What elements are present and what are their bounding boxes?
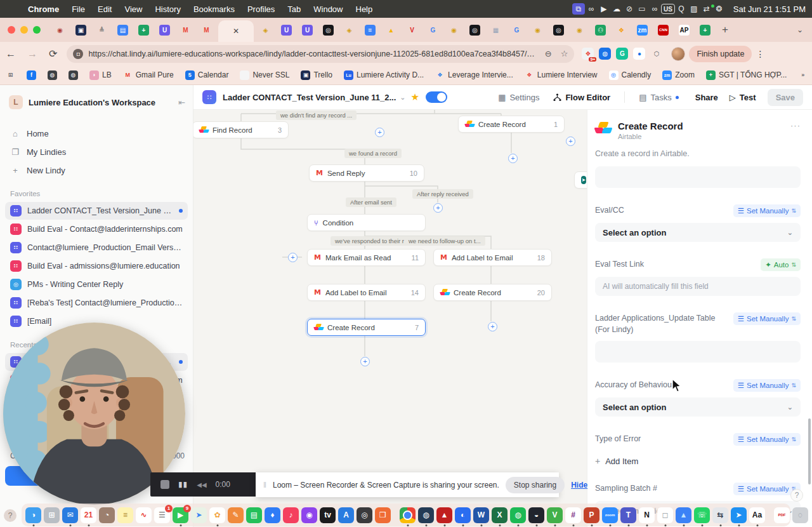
minimize-window-button[interactable] (20, 26, 28, 34)
add-step-button[interactable]: + (288, 253, 298, 262)
dock-pdf-document[interactable]: PDF (774, 507, 790, 523)
title-chevron-icon[interactable]: ⌄ (400, 93, 405, 102)
gmail-tab[interactable]: M (180, 25, 191, 36)
dock-switcher-app[interactable]: ⇆ (712, 507, 728, 523)
dock-apple-tv[interactable]: tv (320, 507, 336, 523)
dock-chrome[interactable] (400, 507, 416, 523)
mark-email-as-read-node[interactable]: MMark Email as Read11 (307, 249, 426, 266)
dock-dark-browser[interactable]: ◍ (418, 507, 434, 523)
siri-icon[interactable]: ❂ (713, 3, 726, 15)
play-circle-icon[interactable]: ▶ (598, 3, 610, 15)
leverage-bookmark[interactable]: ❖Leverage Intervie... (435, 70, 513, 80)
neverssl-bookmark[interactable]: Never SSL (240, 70, 289, 80)
dock-calendar[interactable]: 21 (81, 507, 96, 523)
clipboard-tab[interactable]: ▤ (117, 25, 128, 36)
cloud-alert-icon[interactable]: ☁ (610, 3, 623, 15)
menu-bar-clock[interactable]: Sat Jun 21 1:51 PM (733, 4, 806, 14)
dock-photos[interactable]: ✿ (209, 507, 225, 523)
dock-mail[interactable]: ✉ (62, 507, 78, 523)
field-select[interactable]: Select an option⌄ (595, 223, 801, 242)
add-step-button[interactable]: + (566, 137, 575, 146)
dock-books[interactable]: ❒ (375, 507, 391, 523)
menu-history[interactable]: History (148, 4, 187, 14)
dock-excel[interactable]: X (492, 507, 508, 523)
add-label-to-email-node[interactable]: MAdd Label to Email18 (433, 249, 552, 266)
dock-dark-app[interactable]: ◒ (528, 507, 544, 523)
menu-bookmarks[interactable]: Bookmarks (187, 4, 241, 14)
onepassword-icon[interactable]: ◍ (599, 48, 611, 60)
spotlight-icon[interactable]: Q (675, 3, 688, 15)
dock-maps[interactable]: ➤ (191, 507, 207, 523)
dock-podcasts[interactable]: ◉ (301, 507, 317, 523)
field-mode-chip[interactable]: ✦Auto⇅ (761, 258, 801, 271)
dock-notes[interactable]: ≡ (117, 507, 133, 523)
dock-pencil-app[interactable]: ✎ (228, 507, 244, 523)
dock-craft[interactable]: ◻ (657, 507, 673, 523)
lumiere-interview-bookmark[interactable]: ❖Lumiere Interview (525, 70, 598, 80)
dock-trash[interactable]: ◌ (792, 507, 808, 523)
finish-update-button[interactable]: Finish update (689, 46, 752, 62)
field-mode-chip[interactable]: ☰Set Manually⇅ (733, 204, 801, 217)
coin-tab[interactable]: ◉ (449, 25, 459, 36)
dock-compass-app[interactable]: ◐ (455, 507, 471, 523)
reload-button[interactable]: ⟳ (49, 48, 57, 60)
lindy-tab[interactable]: U (281, 25, 292, 36)
field-select[interactable]: Select an option⌄ (595, 397, 801, 417)
list-item[interactable]: ∷Contact@lumiere_Production_Email Versio… (5, 239, 188, 257)
dock-teams[interactable]: T (620, 507, 636, 523)
upload-tab[interactable]: ≜ (96, 25, 107, 36)
calendly-bookmark[interactable]: ◎Calendly (609, 70, 652, 80)
list-item[interactable]: ∷Ladder CONTACT_Test Version_June 11_202… (5, 202, 188, 220)
browser-menu-dots[interactable]: ⋮ (756, 49, 764, 59)
dock-paper-plane-app[interactable]: ➤ (731, 507, 747, 523)
dock-music[interactable]: ♪ (283, 507, 299, 523)
share-button[interactable]: Share (695, 93, 718, 102)
panel-menu-dots[interactable]: ··· (790, 121, 801, 130)
site-info-icon[interactable]: ◘ (73, 49, 83, 59)
extension-colorful-icon[interactable]: ❖9+ (582, 48, 594, 60)
google-tab[interactable]: G (428, 25, 438, 36)
globe-bookmark[interactable]: ◍ (69, 70, 78, 80)
calendar-bookmark[interactable]: 5Calendar (185, 70, 229, 80)
pause-recording-button[interactable]: ▮▮ (178, 480, 188, 489)
list-item[interactable]: ∷[Reba's Test] Contact@lumiere_Productio… (5, 294, 188, 312)
blue-dot-icon[interactable]: ● (633, 48, 645, 60)
dock-numbers[interactable]: ▤ (246, 507, 262, 523)
stop-recording-button[interactable] (160, 480, 169, 489)
coin-tab[interactable]: ◉ (532, 25, 543, 36)
gold-diamond-tab[interactable]: ◈ (344, 25, 355, 36)
dock-contacts[interactable]: ◔ (99, 507, 115, 523)
url-text[interactable]: https://chat.lindy.ai/lumiere-educations… (88, 50, 535, 58)
record-input-box[interactable] (595, 166, 801, 188)
find-record-node[interactable]: Find Record3 (193, 121, 289, 138)
menu-tab[interactable]: Tab (281, 4, 307, 14)
gmail-bookmark[interactable]: MGmail Pure (123, 70, 174, 80)
workspace-switcher[interactable]: L Lumiere Education's Workspace ⇤ (0, 85, 193, 116)
battery-icon[interactable]: ▭ (636, 3, 648, 15)
dock-help-icon[interactable]: ? (4, 509, 16, 522)
dark-circle-tab[interactable]: ◎ (323, 25, 334, 36)
field-input[interactable]: AI will automatically fill this field (595, 277, 801, 296)
dock-health[interactable]: ∿ (136, 507, 152, 523)
add-label-to-email-node[interactable]: MAdd Label to Email14 (307, 284, 426, 301)
lb-bookmark[interactable]: ◗LB (89, 70, 112, 80)
collapse-sidebar-icon[interactable]: ⇤ (178, 98, 185, 107)
restart-recording-button[interactable]: ◀◀ (197, 481, 206, 488)
back-button[interactable]: ← (6, 48, 16, 60)
stop-sharing-button[interactable]: Stop sharing (506, 477, 565, 493)
save-button[interactable]: Save (768, 89, 803, 106)
tab-search-chevron[interactable]: ⌄ (797, 25, 803, 34)
field-input[interactable] (595, 341, 801, 363)
screen-sharing-indicator[interactable]: ⧉ (572, 3, 585, 15)
active-tab[interactable]: ✕ (218, 20, 254, 42)
people-tab[interactable]: ⚇ (595, 25, 606, 36)
focus-icon[interactable]: ⊘ (623, 3, 636, 15)
trello-tab[interactable]: ▣ (75, 25, 86, 36)
settings-button[interactable]: ▦ Settings (498, 93, 539, 102)
dock-notion[interactable]: N (639, 507, 655, 523)
dock-v-green-app[interactable]: V (547, 507, 563, 523)
flow-editor-tab[interactable]: Flow Editor (553, 93, 610, 102)
banner-grip-icon[interactable]: ‖ (263, 481, 266, 490)
extensions-puzzle-icon[interactable]: ⬡ (650, 48, 662, 60)
cnn-tab[interactable]: CNN (658, 25, 669, 36)
